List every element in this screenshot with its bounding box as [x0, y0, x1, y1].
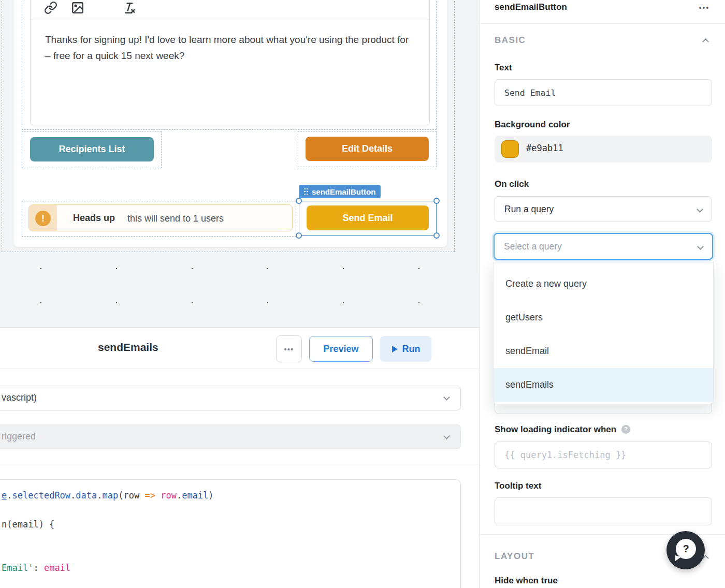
canvas-dot-grid — [0, 252, 479, 327]
inspector-more-button[interactable]: ••• — [694, 0, 715, 16]
help-fab-button[interactable]: ? — [666, 531, 705, 569]
send-email-button[interactable]: Send Email — [307, 205, 429, 230]
query-editor-panel: sendEmails ••• Preview Run vascript) rig… — [0, 327, 479, 588]
code-line — [2, 546, 214, 561]
resize-handle-se[interactable] — [433, 232, 440, 239]
play-icon — [392, 345, 398, 353]
code-line — [2, 532, 214, 546]
onclick-label: On click — [495, 179, 529, 189]
image-icon[interactable] — [70, 0, 85, 16]
language-dropdown[interactable]: vascript) — [0, 386, 461, 410]
text-label: Text — [495, 63, 512, 73]
query-title[interactable]: sendEmails — [98, 341, 158, 354]
query-body-divider — [0, 464, 479, 464]
code-line — [2, 503, 214, 517]
query-more-button[interactable]: ••• — [276, 335, 302, 362]
warning-icon: ! — [35, 211, 51, 226]
selection-tag-label: sendEmailButton — [312, 187, 375, 196]
background-color-picker[interactable]: #e9ab11 — [495, 136, 712, 163]
loading-indicator-placeholder: {{ query1.isFetching }} — [504, 450, 626, 460]
resize-handle-sw[interactable] — [296, 232, 302, 239]
help-bubble-icon: ? — [676, 539, 696, 559]
color-swatch[interactable] — [501, 140, 519, 158]
query-option[interactable]: sendEmail — [494, 334, 713, 368]
preview-button[interactable]: Preview — [309, 336, 373, 362]
chevron-down-icon — [697, 243, 704, 250]
query-option[interactable]: getUsers — [494, 301, 713, 334]
onclick-select[interactable]: Run a query — [495, 196, 712, 222]
edit-details-button[interactable]: Edit Details — [306, 137, 429, 161]
trigger-dropdown-value: riggered — [2, 431, 36, 442]
query-dropdown-menu: Create a new querygetUserssendEmailsendE… — [493, 262, 714, 405]
trigger-dropdown[interactable]: riggered — [0, 424, 461, 449]
email-message-text[interactable]: Thanks for signing up! I'd love to learn… — [45, 32, 413, 64]
editor-toolbar — [31, 0, 429, 20]
color-hex-value: #e9ab11 — [526, 143, 563, 153]
help-icon[interactable]: ? — [621, 425, 630, 434]
code-line: e.selectedRow.data.map(row => row.email) — [2, 488, 214, 503]
onclick-value: Run a query — [504, 204, 554, 215]
text-input-value: Send Email — [504, 88, 556, 98]
query-select-placeholder: Select a query — [504, 241, 562, 252]
chevron-down-icon — [443, 394, 450, 401]
clear-formatting-icon[interactable] — [122, 0, 137, 16]
code-editor[interactable]: e.selectedRow.data.map(row => row.email)… — [0, 479, 461, 588]
inspector-header-divider — [480, 23, 725, 24]
code-lines[interactable]: e.selectedRow.data.map(row => row.email)… — [2, 488, 214, 575]
code-line: n(email) { — [2, 517, 214, 532]
run-button-label: Run — [402, 344, 421, 355]
query-header-divider — [0, 369, 479, 369]
selection-tag[interactable]: sendEmailButton — [299, 185, 381, 198]
resize-handle-nw[interactable] — [296, 198, 302, 204]
resize-handle-ne[interactable] — [433, 198, 440, 204]
loading-indicator-label: Show loading indicator when? — [495, 424, 630, 435]
app-builder: Thanks for signing up! I'd love to learn… — [0, 0, 725, 588]
alert-title: Heads up — [73, 213, 115, 224]
hide-when-true-label: Hide when true — [495, 576, 558, 586]
query-option[interactable]: Create a new query — [494, 267, 713, 301]
code-line: Email': email — [2, 561, 214, 575]
run-button[interactable]: Run — [380, 336, 431, 362]
background-color-label: Background color — [495, 120, 570, 130]
rich-text-editor[interactable]: Thanks for signing up! I'd love to learn… — [30, 0, 430, 125]
alert-text: this will send to 1 users — [127, 213, 224, 224]
link-icon[interactable] — [43, 0, 59, 16]
loading-indicator-label-text: Show loading indicator when — [495, 424, 616, 434]
text-input[interactable]: Send Email — [495, 79, 712, 106]
drag-handle-icon[interactable] — [304, 188, 308, 195]
layout-section-header: LAYOUT — [495, 551, 534, 562]
heads-up-alert: ! Heads up this will send to 1 users — [28, 204, 293, 231]
chevron-down-icon — [697, 206, 703, 213]
query-select[interactable]: Select a query — [494, 233, 713, 260]
tooltip-input[interactable] — [495, 497, 712, 525]
chevron-down-icon — [443, 433, 450, 439]
inspector-title: sendEmailButton — [495, 2, 567, 12]
basic-section-header: BASIC — [495, 35, 526, 46]
language-dropdown-value: vascript) — [2, 392, 37, 403]
tooltip-label: Tooltip text — [495, 481, 541, 491]
recipients-list-button[interactable]: Recipients List — [30, 137, 154, 161]
loading-indicator-input[interactable]: {{ query1.isFetching }} — [495, 442, 712, 468]
query-option[interactable]: sendEmails — [494, 368, 713, 402]
